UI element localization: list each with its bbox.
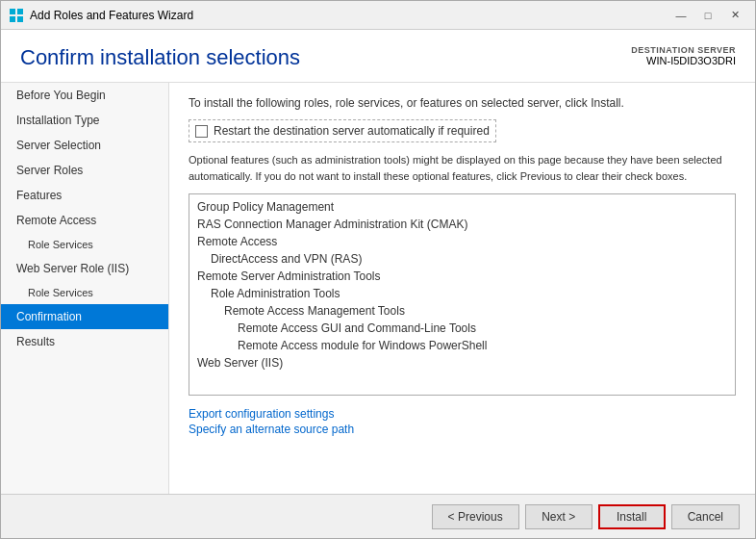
- previous-button[interactable]: < Previous: [432, 504, 519, 529]
- main-content: To install the following roles, role ser…: [169, 83, 755, 494]
- sidebar-item-results[interactable]: Results: [1, 329, 168, 354]
- optional-text: Optional features (such as administratio…: [189, 152, 736, 184]
- title-bar: Add Roles and Features Wizard — □ ✕: [1, 1, 755, 30]
- list-item: Remote Access GUI and Command-Line Tools: [189, 320, 735, 337]
- install-button[interactable]: Install: [598, 504, 666, 529]
- list-item: Group Policy Management: [189, 198, 735, 216]
- restart-checkbox-row[interactable]: Restart the destination server automatic…: [189, 119, 496, 142]
- list-item: RAS Connection Manager Administration Ki…: [189, 216, 735, 233]
- svg-rect-3: [17, 16, 23, 22]
- svg-rect-2: [10, 16, 15, 22]
- destination-label: DESTINATION SERVER: [631, 45, 736, 55]
- cancel-button[interactable]: Cancel: [671, 504, 740, 529]
- next-button[interactable]: Next >: [525, 504, 592, 529]
- svg-rect-1: [17, 9, 23, 14]
- list-item: Role Administration Tools: [189, 285, 735, 302]
- link-alternate-source[interactable]: Specify an alternate source path: [189, 423, 736, 436]
- list-item: Remote Access module for Windows PowerSh…: [189, 337, 735, 354]
- header-panel: Confirm installation selections DESTINAT…: [1, 30, 755, 83]
- main-window: Add Roles and Features Wizard — □ ✕ Conf…: [0, 0, 756, 539]
- app-icon: [9, 8, 24, 23]
- main-body: To install the following roles, role ser…: [169, 83, 755, 494]
- sidebar-item-remote-access[interactable]: Remote Access: [1, 208, 168, 233]
- list-item: Web Server (IIS): [189, 354, 735, 372]
- svg-rect-0: [10, 9, 15, 14]
- sidebar-item-features[interactable]: Features: [1, 183, 168, 208]
- link-export-config[interactable]: Export configuration settings: [189, 407, 736, 421]
- page-title: Confirm installation selections: [20, 45, 300, 70]
- window-controls: — □ ✕: [668, 6, 747, 25]
- restart-checkbox-label: Restart the destination server automatic…: [214, 124, 490, 138]
- sidebar-item-server-roles[interactable]: Server Roles: [1, 158, 168, 183]
- list-item: Remote Access: [189, 233, 735, 250]
- sidebar-item-web-server-role[interactable]: Web Server Role (IIS): [1, 256, 168, 281]
- sidebar-item-role-services-1[interactable]: Role Services: [1, 233, 168, 256]
- list-item: Remote Access Management Tools: [189, 302, 735, 320]
- sidebar-item-installation-type[interactable]: Installation Type: [1, 108, 168, 133]
- sidebar-item-before-you-begin[interactable]: Before You Begin: [1, 83, 168, 108]
- window-title: Add Roles and Features Wizard: [30, 9, 668, 22]
- close-button[interactable]: ✕: [722, 6, 747, 25]
- server-name: WIN-I5DID3O3DRI: [631, 55, 736, 66]
- sidebar-item-confirmation[interactable]: Confirmation: [1, 304, 168, 329]
- destination-server-info: DESTINATION SERVER WIN-I5DID3O3DRI: [631, 45, 736, 66]
- links-section: Export configuration settingsSpecify an …: [189, 407, 736, 436]
- maximize-button[interactable]: □: [695, 6, 720, 25]
- features-list: Group Policy ManagementRAS Connection Ma…: [189, 193, 736, 396]
- minimize-button[interactable]: —: [668, 6, 693, 25]
- sidebar-item-server-selection[interactable]: Server Selection: [1, 133, 168, 158]
- content-area: Before You BeginInstallation TypeServer …: [1, 83, 755, 494]
- sidebar: Before You BeginInstallation TypeServer …: [1, 83, 169, 494]
- restart-checkbox[interactable]: [195, 125, 208, 138]
- list-item: Remote Server Administration Tools: [189, 268, 735, 285]
- instruction-text: To install the following roles, role ser…: [189, 96, 736, 110]
- list-item: DirectAccess and VPN (RAS): [189, 250, 735, 268]
- footer: < Previous Next > Install Cancel: [1, 494, 755, 538]
- sidebar-item-role-services-2[interactable]: Role Services: [1, 281, 168, 304]
